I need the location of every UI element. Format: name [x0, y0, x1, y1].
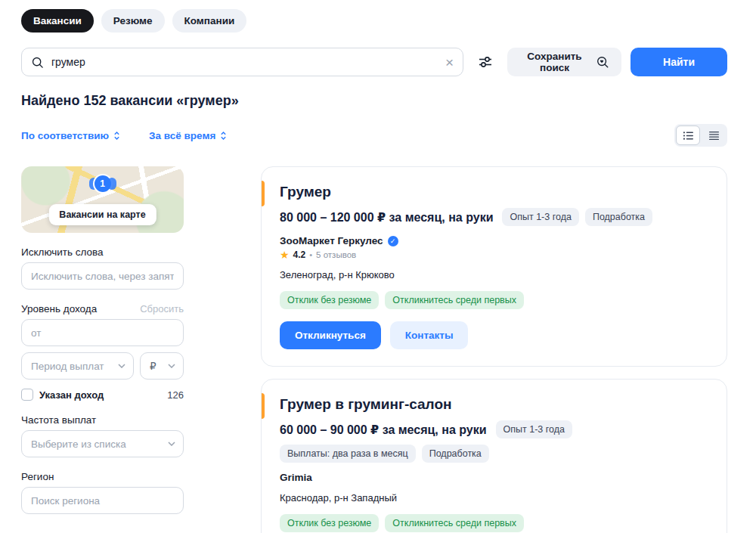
pay-frequency-select[interactable]: Выберите из списка	[21, 430, 184, 457]
vacancy-salary: 80 000 – 120 000 ₽ за месяц, на руки	[280, 210, 493, 225]
income-label: Уровень дохода	[21, 303, 97, 315]
perk-tag: Откликнитесь среди первых	[385, 291, 524, 309]
save-search-label: Сохранить поиск	[519, 51, 590, 73]
company-row: ЗооМаркет Геркулес ✓	[280, 235, 708, 246]
dot-separator: •	[309, 250, 312, 259]
pay-frequency-placeholder: Выберите из списка	[31, 438, 126, 450]
search-icon	[31, 56, 44, 69]
salary-row: 80 000 – 120 000 ₽ за месяц, на руки Опы…	[280, 208, 708, 226]
vacancy-location: Зеленоград, р-н Крюково	[280, 269, 708, 280]
vacancy-tag: Выплаты: два раза в месяц	[280, 445, 416, 463]
new-vacancy-accent	[262, 393, 265, 419]
income-specified-checkbox[interactable]	[21, 389, 33, 401]
new-vacancy-accent	[262, 181, 265, 206]
vacancy-tag: Опыт 1-3 года	[502, 208, 578, 226]
sort-by-label: По соответствию	[21, 130, 109, 141]
search-bar: × Сохранить поиск Найти	[21, 48, 727, 76]
currency-select[interactable]: ₽	[140, 352, 184, 380]
vacancy-tag: Опыт 1-3 года	[496, 420, 572, 438]
pay-period-placeholder: Период выплат	[31, 361, 104, 372]
sliders-icon	[478, 54, 493, 70]
vacancy-tag: Подработка	[422, 445, 489, 463]
save-search-button[interactable]: Сохранить поиск	[507, 48, 621, 76]
income-from-input[interactable]	[21, 319, 184, 346]
filters-button[interactable]	[472, 48, 498, 76]
vacancy-list: Грумер 80 000 – 120 000 ₽ за месяц, на р…	[261, 166, 727, 533]
exclude-words-input[interactable]	[21, 262, 184, 290]
apply-button[interactable]: Откликнуться	[280, 321, 381, 349]
search-submit-button[interactable]: Найти	[631, 48, 727, 76]
vacancy-title[interactable]: Грумер в груминг-салон	[280, 396, 708, 413]
time-period-label: За всё время	[149, 130, 215, 141]
filters-sidebar: 1 Вакансии на карте Исключить слова Уров…	[21, 166, 184, 533]
map-cluster-marker: 1	[89, 175, 116, 192]
currency-value: ₽	[150, 360, 156, 372]
company-name[interactable]: ЗооМаркет Геркулес	[280, 235, 383, 246]
vacancy-location: Краснодар, р-н Западный	[280, 492, 708, 504]
income-specified-count: 126	[167, 389, 184, 401]
map-pin-icon	[107, 178, 116, 190]
income-specified-row: Указан доход 126	[21, 389, 184, 401]
tab-companies[interactable]: Компании	[172, 9, 247, 33]
vacancies-map-card[interactable]: 1 Вакансии на карте	[21, 166, 184, 233]
chevron-down-icon	[118, 364, 125, 368]
perks-row: Отклик без резюме Откликнитесь среди пер…	[280, 291, 708, 309]
compact-view-icon	[708, 131, 720, 141]
sort-by-dropdown[interactable]: По соответствию	[21, 130, 120, 141]
region-search-input[interactable]	[21, 487, 184, 514]
sort-arrows-icon	[113, 131, 120, 141]
search-input-container: ×	[21, 48, 463, 76]
sort-row: По соответствию За всё время	[21, 124, 727, 147]
save-search-icon	[596, 55, 609, 69]
vacancy-tag: Подработка	[585, 208, 652, 226]
perk-tag: Отклик без резюме	[280, 291, 379, 309]
company-rating[interactable]: ★ 4.2 • 5 отзывов	[280, 249, 708, 260]
star-icon: ★	[280, 249, 290, 260]
income-specified-label[interactable]: Указан доход	[39, 389, 104, 401]
time-period-dropdown[interactable]: За всё время	[149, 130, 227, 141]
page: Вакансии Резюме Компании × Сохранить пои…	[0, 0, 756, 533]
perk-tag: Откликнитесь среди первых	[385, 514, 524, 532]
sort-arrows-icon	[220, 131, 227, 141]
verified-badge-icon: ✓	[388, 236, 398, 246]
company-name[interactable]: Grimia	[280, 472, 708, 483]
reviews-count[interactable]: 5 отзывов	[316, 250, 356, 259]
results-heading: Найдено 152 вакансии «грумер»	[21, 93, 727, 109]
view-toggle	[674, 124, 727, 147]
view-compact-button[interactable]	[702, 126, 726, 145]
clear-search-icon[interactable]: ×	[444, 55, 455, 70]
tab-resumes[interactable]: Резюме	[101, 9, 165, 33]
view-list-button[interactable]	[676, 126, 700, 145]
vacancy-card: Грумер 80 000 – 120 000 ₽ за месяц, на р…	[261, 166, 727, 367]
filter-exclude-words: Исключить слова	[21, 246, 184, 290]
pay-period-select[interactable]: Период выплат	[21, 352, 134, 380]
vacancy-salary: 60 000 – 90 000 ₽ за месяц, на руки	[280, 423, 487, 437]
vacancy-title[interactable]: Грумер	[280, 184, 708, 200]
salary-row: 60 000 – 90 000 ₽ за месяц, на руки Опыт…	[280, 420, 708, 463]
search-type-tabs: Вакансии Резюме Компании	[21, 9, 727, 33]
region-label: Регион	[21, 471, 54, 482]
filter-pay-frequency: Частота выплат Выберите из списка	[21, 414, 184, 457]
search-input[interactable]	[50, 55, 444, 69]
pay-frequency-label: Частота выплат	[21, 414, 96, 426]
vacancy-card: Грумер в груминг-салон 60 000 – 90 000 ₽…	[261, 379, 727, 533]
filter-region: Регион	[21, 471, 184, 514]
exclude-words-label: Исключить слова	[21, 246, 104, 258]
perk-tag: Отклик без резюме	[280, 514, 379, 532]
chevron-down-icon	[168, 364, 175, 368]
map-button-label[interactable]: Вакансии на карте	[48, 204, 156, 225]
income-reset-link[interactable]: Сбросить	[140, 303, 184, 315]
perks-row: Отклик без резюме Откликнитесь среди пер…	[280, 514, 708, 532]
content: 1 Вакансии на карте Исключить слова Уров…	[21, 166, 727, 533]
list-view-icon	[683, 131, 694, 141]
rating-value: 4.2	[293, 249, 306, 260]
chevron-down-icon	[168, 442, 175, 446]
tab-vacancies[interactable]: Вакансии	[21, 9, 94, 33]
actions-row: Откликнуться Контакты	[280, 321, 708, 349]
contacts-button[interactable]: Контакты	[390, 321, 469, 349]
filter-income: Уровень дохода Сбросить Период выплат ₽	[21, 303, 184, 401]
